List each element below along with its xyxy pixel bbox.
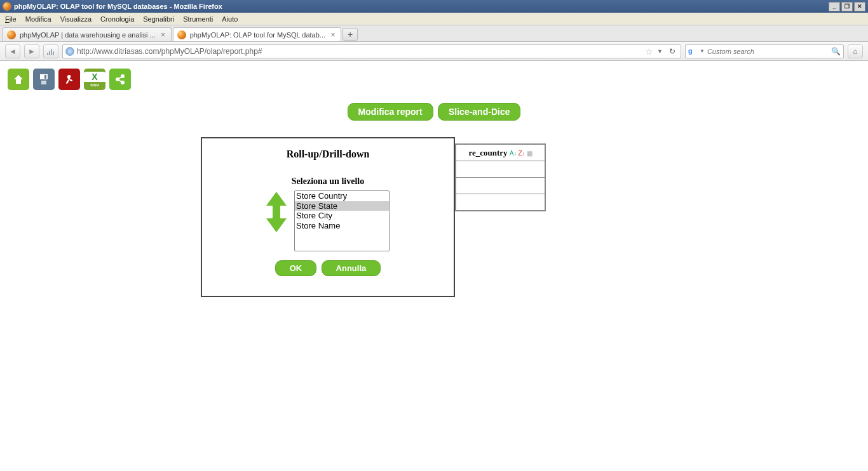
search-submit-button[interactable]: 🔍 — [831, 47, 841, 56]
menu-strumenti[interactable]: Strumenti — [183, 15, 213, 23]
toolbar-home-button[interactable] — [8, 69, 29, 90]
pdf-icon — [63, 73, 76, 86]
toolbar-pdf-button[interactable] — [58, 69, 80, 90]
history-button[interactable] — [43, 44, 58, 58]
slice-and-dice-button[interactable]: Slice-and-Dice — [438, 103, 520, 121]
level-select[interactable]: Store CountryStore StateStore CityStore … — [294, 190, 390, 251]
tab-close-button[interactable]: × — [159, 31, 167, 39]
window-title: phpMyOLAP: OLAP tool for MySQL databases… — [14, 3, 222, 10]
history-icon — [46, 48, 55, 55]
menu-file[interactable]: File — [5, 15, 17, 23]
svg-rect-2 — [51, 49, 52, 55]
svg-rect-8 — [44, 75, 46, 79]
url-dropdown-button[interactable]: ▼ — [656, 48, 664, 55]
page-content: X csv Modifica report Slice-and-Dice re_… — [0, 61, 868, 471]
menu-cronologia[interactable]: Cronologia — [100, 15, 134, 23]
level-option[interactable]: Store Country — [295, 191, 389, 201]
report-preview: re_country A↓ Z↓ ▦ — [455, 143, 546, 211]
new-tab-button[interactable]: + — [342, 28, 358, 41]
menu-segnalibri[interactable]: Segnalibri — [143, 15, 174, 23]
search-box[interactable]: g ▼ 🔍 — [685, 44, 844, 58]
svg-rect-7 — [41, 81, 46, 84]
save-icon — [37, 72, 51, 86]
globe-icon — [65, 47, 74, 56]
level-option[interactable]: Store City — [295, 211, 389, 221]
report-cell — [456, 161, 545, 178]
home-button[interactable]: ⌂ — [848, 44, 863, 58]
sort-asc-icon[interactable]: A↓ — [510, 150, 517, 157]
search-input[interactable] — [707, 48, 829, 55]
level-option[interactable]: Store Name — [295, 221, 389, 231]
level-option[interactable]: Store State — [295, 201, 389, 211]
favicon-icon — [7, 30, 16, 39]
menu-bar: File Modifica Visualizza Cronologia Segn… — [0, 13, 868, 25]
csv-label: csv — [90, 82, 98, 88]
tab-close-button[interactable]: × — [329, 31, 337, 39]
dialog-ok-button[interactable]: OK — [275, 260, 317, 276]
url-input[interactable] — [77, 47, 642, 56]
svg-rect-3 — [53, 51, 54, 55]
share-icon — [114, 73, 126, 86]
window-close-button[interactable]: ✕ — [854, 2, 865, 11]
rollup-arrow-up-button[interactable] — [266, 192, 287, 206]
tab-0[interactable]: phpMyOLAP | data warehousing e analisi .… — [3, 27, 172, 41]
excel-x-icon: X — [84, 72, 105, 82]
bookmark-star-icon[interactable]: ☆ — [645, 46, 653, 56]
report-header-cell[interactable]: re_country A↓ Z↓ ▦ — [456, 145, 545, 161]
report-cell — [456, 178, 545, 194]
dialog-title: Roll-up/Drill-down — [217, 149, 438, 160]
toolbar-save-button[interactable] — [33, 69, 55, 90]
svg-rect-6 — [40, 74, 48, 79]
firefox-icon — [3, 2, 11, 11]
navigation-bar: ◄ ► ☆ ▼ ↻ g ▼ 🔍 ⌂ — [0, 42, 868, 61]
svg-marker-4 — [14, 75, 23, 84]
svg-rect-1 — [49, 51, 50, 55]
svg-rect-0 — [47, 53, 48, 55]
toolbar-csv-button[interactable]: X csv — [84, 69, 105, 90]
dialog-subtitle: Seleziona un livello — [217, 176, 438, 187]
menu-aiuto[interactable]: Aiuto — [222, 15, 238, 23]
google-icon: g — [688, 47, 697, 56]
reload-button[interactable]: ↻ — [667, 47, 678, 56]
app-toolbar: X csv — [8, 69, 860, 90]
tab-strip: phpMyOLAP | data warehousing e analisi .… — [0, 25, 868, 42]
dialog-cancel-button[interactable]: Annulla — [322, 260, 381, 276]
drilldown-arrow-down-button[interactable] — [266, 218, 287, 232]
back-button[interactable]: ◄ — [5, 44, 20, 58]
column-options-icon[interactable]: ▦ — [527, 150, 532, 157]
url-bar[interactable]: ☆ ▼ ↻ — [62, 44, 681, 58]
forward-button[interactable]: ► — [24, 44, 39, 58]
action-row: Modifica report Slice-and-Dice — [8, 103, 860, 121]
arrow-controls — [266, 190, 287, 251]
toolbar-share-button[interactable] — [109, 69, 131, 90]
favicon-icon — [177, 30, 186, 39]
tab-label: phpMyOLAP | data warehousing e analisi .… — [20, 31, 156, 39]
tab-1[interactable]: phpMyOLAP: OLAP tool for MySQL datab... … — [173, 27, 341, 41]
report-header-label: re_country — [468, 148, 507, 157]
menu-visualizza[interactable]: Visualizza — [60, 15, 92, 23]
modifica-report-button[interactable]: Modifica report — [348, 103, 433, 121]
rollup-drilldown-dialog: Roll-up/Drill-down Seleziona un livello … — [201, 137, 455, 297]
report-cell — [456, 194, 545, 211]
window-minimize-button[interactable]: _ — [829, 2, 840, 11]
search-engine-dropdown[interactable]: ▼ — [700, 48, 705, 54]
sort-desc-icon[interactable]: Z↓ — [518, 150, 525, 157]
menu-modifica[interactable]: Modifica — [25, 15, 51, 23]
home-icon — [12, 73, 25, 86]
window-restore-button[interactable]: ❐ — [841, 2, 853, 11]
window-titlebar: phpMyOLAP: OLAP tool for MySQL databases… — [0, 0, 868, 13]
tab-label: phpMyOLAP: OLAP tool for MySQL datab... — [190, 31, 325, 39]
